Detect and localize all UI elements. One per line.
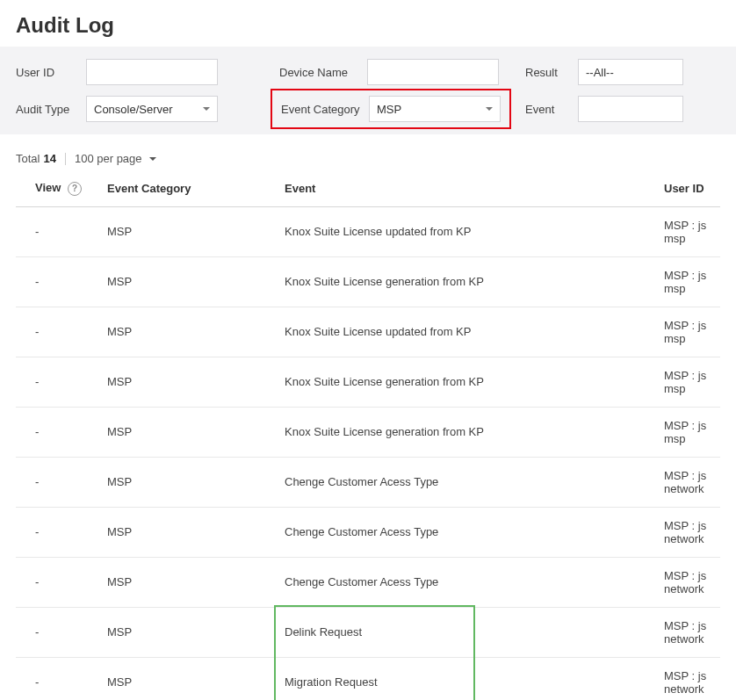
table-row[interactable]: -MSPKnox Suite License generation from K… — [16, 407, 720, 457]
cell-user: MSP : js msp — [659, 307, 720, 357]
total-label: Total — [16, 152, 40, 165]
cell-view: - — [16, 607, 102, 657]
table-row[interactable]: -MSPKnox Suite License updated from KPMS… — [16, 206, 720, 256]
cell-view: - — [16, 457, 102, 507]
chevron-down-icon — [203, 107, 210, 111]
table-row[interactable]: -MSPChenge Customer Acess TypeMSP : js n… — [16, 507, 720, 557]
cell-category: MSP — [102, 507, 279, 557]
per-page-value: 100 per page — [75, 152, 142, 165]
audit-table: View ? Event Category Event User ID -MSP… — [16, 172, 720, 700]
filter-row-1: User ID Device Name Result --All-- — [16, 59, 720, 85]
col-user-header[interactable]: User ID — [659, 172, 720, 206]
cell-event: Knox Suite License generation from KP — [279, 407, 659, 457]
chevron-down-icon — [486, 107, 493, 111]
table-row[interactable]: -MSPChenge Customer Acess TypeMSP : js n… — [16, 557, 720, 607]
col-event-header[interactable]: Event — [279, 172, 659, 206]
cell-user: MSP : js network — [659, 457, 720, 507]
cell-user: MSP : js msp — [659, 256, 720, 307]
cell-user: MSP : js msp — [659, 407, 720, 457]
cell-category: MSP — [102, 557, 279, 607]
cell-category: MSP — [102, 407, 279, 457]
event-category-label: Event Category — [281, 103, 369, 116]
device-name-label: Device Name — [279, 66, 367, 79]
table-row[interactable]: -MSPKnox Suite License updated from KPMS… — [16, 307, 720, 357]
summary-bar: Total 14 100 per page — [0, 134, 736, 172]
table-row[interactable]: -MSPDelink RequestMSP : js network — [16, 607, 720, 657]
cell-view: - — [16, 507, 102, 557]
table-row[interactable]: -MSPKnox Suite License generation from K… — [16, 256, 720, 307]
cell-event: Knox Suite License generation from KP — [279, 256, 659, 307]
event-input[interactable] — [578, 96, 683, 122]
cell-user: MSP : js msp — [659, 206, 720, 256]
event-category-select[interactable]: MSP — [369, 96, 501, 122]
user-id-input[interactable] — [86, 59, 218, 85]
table-row[interactable]: -MSPMigration RequestMSP : js network — [16, 657, 720, 700]
cell-category: MSP — [102, 657, 279, 700]
table-row[interactable]: -MSPChenge Customer Acess TypeMSP : js n… — [16, 457, 720, 507]
cell-view: - — [16, 307, 102, 357]
cell-view: - — [16, 357, 102, 407]
cell-event: Knox Suite License updated from KP — [279, 307, 659, 357]
cell-event: Chenge Customer Acess Type — [279, 457, 659, 507]
cell-user: MSP : js network — [659, 607, 720, 657]
result-select-value: --All-- — [586, 66, 675, 79]
cell-view: - — [16, 206, 102, 256]
cell-category: MSP — [102, 457, 279, 507]
cell-user: MSP : js msp — [659, 357, 720, 407]
cell-user: MSP : js network — [659, 557, 720, 607]
cell-event: Knox Suite License updated from KP — [279, 206, 659, 256]
table-wrapper: View ? Event Category Event User ID -MSP… — [0, 172, 736, 700]
chevron-down-icon — [149, 157, 156, 161]
cell-event: Migration Request — [279, 657, 659, 700]
help-icon[interactable]: ? — [68, 182, 82, 196]
cell-view: - — [16, 256, 102, 307]
result-select[interactable]: --All-- — [578, 59, 683, 85]
cell-user: MSP : js network — [659, 507, 720, 557]
cell-category: MSP — [102, 256, 279, 307]
event-category-select-value: MSP — [377, 103, 482, 116]
cell-view: - — [16, 657, 102, 700]
cell-category: MSP — [102, 357, 279, 407]
user-id-label: User ID — [16, 66, 86, 79]
audit-type-label: Audit Type — [16, 103, 86, 116]
cell-view: - — [16, 557, 102, 607]
col-view-label: View — [35, 181, 61, 194]
cell-category: MSP — [102, 607, 279, 657]
divider — [65, 153, 66, 165]
cell-event: Knox Suite License generation from KP — [279, 357, 659, 407]
cell-view: - — [16, 407, 102, 457]
audit-type-select[interactable]: Console/Server — [86, 96, 218, 122]
device-name-input[interactable] — [367, 59, 499, 85]
per-page-select[interactable]: 100 per page — [75, 152, 156, 165]
col-category-header[interactable]: Event Category — [102, 172, 279, 206]
cell-event: Chenge Customer Acess Type — [279, 557, 659, 607]
cell-category: MSP — [102, 206, 279, 256]
table-row[interactable]: -MSPKnox Suite License generation from K… — [16, 357, 720, 407]
page-title: Audit Log — [0, 0, 736, 47]
filter-row-2: Audit Type Console/Server Event Category… — [16, 96, 720, 122]
col-view-header[interactable]: View ? — [16, 172, 102, 206]
cell-event: Delink Request — [279, 607, 659, 657]
event-label: Event — [525, 103, 578, 116]
filter-bar: User ID Device Name Result --All-- Audit… — [0, 47, 736, 134]
cell-user: MSP : js network — [659, 657, 720, 700]
total-count: 14 — [43, 152, 55, 165]
cell-category: MSP — [102, 307, 279, 357]
audit-type-select-value: Console/Server — [94, 103, 199, 116]
cell-event: Chenge Customer Acess Type — [279, 507, 659, 557]
result-label: Result — [525, 66, 578, 79]
event-category-highlight: Event Category MSP — [271, 89, 511, 129]
